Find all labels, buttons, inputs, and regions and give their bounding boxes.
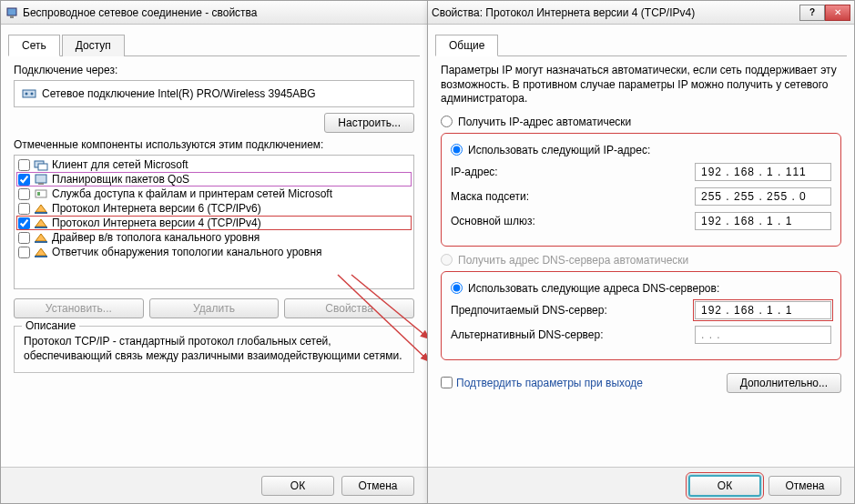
- win2-ok-button[interactable]: ОК: [688, 475, 761, 497]
- gateway-label: Основной шлюз:: [451, 215, 535, 227]
- radio-use-ip-row[interactable]: Использовать следующий IP-адрес:: [451, 144, 831, 156]
- win1-cancel-button[interactable]: Отмена: [341, 476, 414, 496]
- component-label: Ответчик обнаружения топологии канальног…: [52, 246, 322, 258]
- win2-titlebar: Свойства: Протокол Интернета версии 4 (T…: [428, 1, 854, 25]
- protocol-icon: [34, 173, 48, 186]
- component-checkbox[interactable]: [18, 174, 30, 186]
- dns1-label: Предпочитаемый DNS-сервер:: [451, 304, 607, 317]
- svg-rect-8: [38, 183, 44, 185]
- adapter-field: Сетевое подключение Intel(R) PRO/Wireles…: [14, 80, 414, 107]
- ip-address-field[interactable]: 192 . 168 . 1 . 111: [695, 163, 831, 181]
- adapter-icon: [22, 86, 36, 101]
- radio-auto-dns: [441, 254, 453, 266]
- protocol-icon: [34, 231, 48, 244]
- install-button[interactable]: Установить...: [14, 298, 144, 318]
- adapter-name: Сетевое подключение Intel(R) PRO/Wireles…: [42, 87, 316, 100]
- protocol-icon: [34, 158, 48, 171]
- radio-auto-ip-label: Получить IP-адрес автоматически: [458, 116, 631, 128]
- radio-use-dns-row[interactable]: Использовать следующие адреса DNS-сервер…: [451, 282, 831, 295]
- svg-rect-1: [10, 15, 14, 18]
- svg-rect-12: [35, 227, 47, 228]
- component-label: Служба доступа к файлам и принтерам сете…: [52, 187, 332, 200]
- validate-on-exit-row[interactable]: Подтвердить параметры при выходе: [441, 377, 643, 389]
- dns2-label: Альтернативный DNS-сервер:: [451, 328, 604, 341]
- component-item[interactable]: Планировщик пакетов QoS: [16, 172, 412, 186]
- tab-network[interactable]: Сеть: [8, 35, 60, 56]
- remove-button[interactable]: Удалить: [149, 298, 280, 318]
- win1-titlebar: Беспроводное сетевое соединение - свойст…: [1, 1, 427, 25]
- subnet-mask-field[interactable]: 255 . 255 . 255 . 0: [695, 187, 831, 206]
- win1-bottom-bar: ОК Отмена: [1, 467, 427, 503]
- component-checkbox[interactable]: [18, 188, 30, 200]
- components-label: Отмеченные компоненты используются этим …: [14, 138, 414, 151]
- protocol-icon: [34, 246, 48, 258]
- components-listbox[interactable]: Клиент для сетей MicrosoftПланировщик па…: [14, 155, 414, 289]
- component-item[interactable]: Драйвер в/в тополога канального уровня: [16, 230, 412, 245]
- dns1-field[interactable]: 192 . 168 . 1 . 1: [695, 301, 831, 319]
- svg-rect-7: [36, 175, 46, 183]
- protocol-icon: [34, 202, 48, 215]
- svg-rect-14: [35, 256, 47, 257]
- component-item[interactable]: Служба доступа к файлам и принтерам сете…: [16, 186, 412, 201]
- gateway-field[interactable]: 192 . 168 . 1 . 1: [695, 212, 831, 230]
- validate-checkbox[interactable]: [441, 377, 453, 388]
- component-label: Драйвер в/в тополога канального уровня: [52, 231, 260, 244]
- svg-rect-9: [36, 190, 46, 197]
- component-label: Протокол Интернета версии 6 (TCP/IPv6): [52, 202, 261, 215]
- close-button[interactable]: ✕: [825, 5, 850, 21]
- radio-use-ip[interactable]: [451, 144, 463, 156]
- svg-point-4: [31, 93, 34, 96]
- component-checkbox[interactable]: [18, 217, 30, 229]
- component-item[interactable]: Протокол Интернета версии 4 (TCP/IPv4): [16, 216, 412, 230]
- win1-title: Беспроводное сетевое соединение - свойст…: [23, 6, 423, 19]
- ip-address-label: IP-адрес:: [451, 166, 498, 178]
- radio-auto-dns-row: Получить адрес DNS-сервера автоматически: [441, 254, 841, 267]
- component-label: Планировщик пакетов QoS: [52, 173, 189, 186]
- tab-access[interactable]: Доступ: [62, 35, 125, 56]
- protocol-icon: [34, 187, 48, 200]
- protocol-icon: [34, 217, 48, 229]
- svg-rect-2: [23, 90, 36, 97]
- advanced-button[interactable]: Дополнительно...: [727, 373, 841, 393]
- description-title: Описание: [22, 319, 79, 332]
- radio-auto-dns-label: Получить адрес DNS-сервера автоматически: [458, 254, 688, 267]
- win2-cancel-button[interactable]: Отмена: [768, 476, 841, 496]
- intro-text: Параметры IP могут назначаться автоматич…: [441, 64, 841, 106]
- connect-via-label: Подключение через:: [14, 64, 414, 76]
- win1-tabstrip: Сеть Доступ: [8, 34, 420, 56]
- svg-rect-0: [7, 8, 16, 15]
- component-checkbox[interactable]: [18, 159, 30, 171]
- component-label: Клиент для сетей Microsoft: [52, 158, 188, 171]
- tab-general[interactable]: Общие: [435, 35, 498, 56]
- network-adapter-icon: [5, 5, 19, 20]
- configure-button[interactable]: Настроить...: [324, 113, 414, 133]
- win2-title: Свойства: Протокол Интернета версии 4 (T…: [432, 6, 799, 19]
- component-checkbox[interactable]: [18, 232, 30, 244]
- svg-rect-13: [35, 241, 47, 243]
- dns2-field[interactable]: . . .: [695, 326, 831, 344]
- radio-use-dns-label: Использовать следующие адреса DNS-сервер…: [468, 282, 719, 295]
- component-item[interactable]: Клиент для сетей Microsoft: [16, 157, 412, 172]
- validate-label: Подтвердить параметры при выходе: [456, 377, 643, 389]
- description-text: Протокол TCP/IP - стандартный протокол г…: [24, 334, 404, 363]
- component-item[interactable]: Ответчик обнаружения топологии канальног…: [16, 245, 412, 259]
- component-item[interactable]: Протокол Интернета версии 6 (TCP/IPv6): [16, 201, 412, 216]
- ip-settings-group: Использовать следующий IP-адрес: IP-адре…: [441, 133, 841, 247]
- description-groupbox: Описание Протокол TCP/IP - стандартный п…: [14, 326, 414, 373]
- component-checkbox[interactable]: [18, 247, 30, 258]
- win2-tabstrip: Общие: [435, 34, 847, 56]
- connection-properties-window: Беспроводное сетевое соединение - свойст…: [0, 0, 428, 504]
- win2-bottom-bar: ОК Отмена: [428, 467, 854, 503]
- radio-auto-ip[interactable]: [441, 116, 453, 127]
- radio-use-dns[interactable]: [451, 282, 463, 294]
- win1-ok-button[interactable]: ОК: [261, 476, 334, 496]
- svg-rect-6: [38, 164, 47, 170]
- component-checkbox[interactable]: [18, 203, 30, 215]
- win1-panel: Подключение через: Сетевое подключение I…: [14, 64, 414, 373]
- properties-button[interactable]: Свойства: [284, 298, 414, 318]
- radio-auto-ip-row[interactable]: Получить IP-адрес автоматически: [441, 116, 841, 128]
- help-button[interactable]: ?: [799, 5, 825, 21]
- subnet-mask-label: Маска подсети:: [451, 190, 529, 203]
- dns-settings-group: Использовать следующие адреса DNS-сервер…: [441, 271, 841, 360]
- win2-panel: Параметры IP могут назначаться автоматич…: [441, 64, 841, 393]
